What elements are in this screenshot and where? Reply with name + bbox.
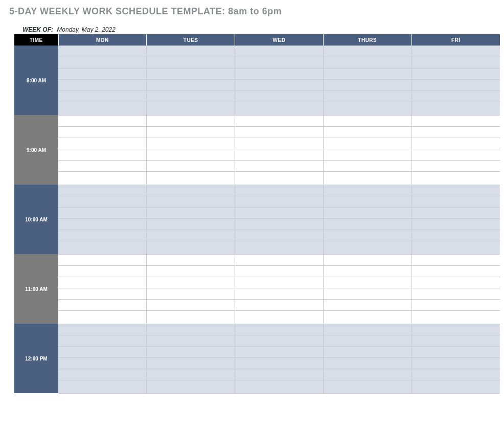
schedule-cell[interactable] xyxy=(235,185,324,196)
schedule-cell[interactable] xyxy=(235,68,324,79)
schedule-cell[interactable] xyxy=(323,91,411,102)
schedule-cell[interactable] xyxy=(58,68,147,79)
schedule-cell[interactable] xyxy=(323,126,411,138)
schedule-cell[interactable] xyxy=(411,335,500,346)
schedule-cell[interactable] xyxy=(411,380,500,393)
schedule-cell[interactable] xyxy=(58,346,147,357)
schedule-cell[interactable] xyxy=(58,277,147,288)
schedule-cell[interactable] xyxy=(235,241,324,254)
schedule-cell[interactable] xyxy=(147,324,235,335)
schedule-cell[interactable] xyxy=(323,369,411,380)
schedule-cell[interactable] xyxy=(147,91,235,102)
schedule-cell[interactable] xyxy=(235,149,324,160)
schedule-cell[interactable] xyxy=(58,138,147,149)
schedule-cell[interactable] xyxy=(58,380,147,393)
schedule-cell[interactable] xyxy=(323,46,411,57)
schedule-cell[interactable] xyxy=(147,207,235,218)
schedule-cell[interactable] xyxy=(411,91,500,102)
schedule-cell[interactable] xyxy=(235,310,324,324)
schedule-cell[interactable] xyxy=(411,230,500,241)
schedule-cell[interactable] xyxy=(58,171,147,185)
schedule-cell[interactable] xyxy=(411,171,500,185)
schedule-cell[interactable] xyxy=(58,115,147,126)
schedule-cell[interactable] xyxy=(147,230,235,241)
schedule-cell[interactable] xyxy=(235,218,324,230)
schedule-cell[interactable] xyxy=(411,149,500,160)
schedule-cell[interactable] xyxy=(323,196,411,207)
schedule-cell[interactable] xyxy=(58,207,147,218)
schedule-cell[interactable] xyxy=(323,324,411,335)
schedule-cell[interactable] xyxy=(58,254,147,265)
schedule-cell[interactable] xyxy=(411,218,500,230)
schedule-cell[interactable] xyxy=(323,299,411,310)
schedule-cell[interactable] xyxy=(323,160,411,171)
schedule-cell[interactable] xyxy=(235,288,324,299)
schedule-cell[interactable] xyxy=(411,46,500,57)
schedule-cell[interactable] xyxy=(323,185,411,196)
schedule-cell[interactable] xyxy=(235,207,324,218)
schedule-cell[interactable] xyxy=(323,288,411,299)
schedule-cell[interactable] xyxy=(235,346,324,357)
schedule-cell[interactable] xyxy=(323,57,411,68)
schedule-cell[interactable] xyxy=(323,207,411,218)
schedule-cell[interactable] xyxy=(411,324,500,335)
schedule-cell[interactable] xyxy=(323,68,411,79)
schedule-cell[interactable] xyxy=(411,241,500,254)
schedule-cell[interactable] xyxy=(58,357,147,369)
schedule-cell[interactable] xyxy=(58,369,147,380)
schedule-cell[interactable] xyxy=(323,277,411,288)
schedule-cell[interactable] xyxy=(58,310,147,324)
schedule-cell[interactable] xyxy=(58,46,147,57)
schedule-cell[interactable] xyxy=(58,79,147,91)
schedule-cell[interactable] xyxy=(147,254,235,265)
schedule-cell[interactable] xyxy=(147,380,235,393)
schedule-cell[interactable] xyxy=(411,68,500,79)
schedule-cell[interactable] xyxy=(323,138,411,149)
schedule-cell[interactable] xyxy=(58,335,147,346)
schedule-cell[interactable] xyxy=(147,310,235,324)
schedule-cell[interactable] xyxy=(58,160,147,171)
schedule-cell[interactable] xyxy=(323,241,411,254)
schedule-cell[interactable] xyxy=(411,254,500,265)
schedule-cell[interactable] xyxy=(147,299,235,310)
schedule-cell[interactable] xyxy=(323,265,411,277)
schedule-cell[interactable] xyxy=(411,310,500,324)
schedule-cell[interactable] xyxy=(323,149,411,160)
schedule-cell[interactable] xyxy=(147,346,235,357)
schedule-cell[interactable] xyxy=(411,102,500,115)
schedule-cell[interactable] xyxy=(411,160,500,171)
schedule-cell[interactable] xyxy=(58,185,147,196)
schedule-cell[interactable] xyxy=(411,138,500,149)
schedule-cell[interactable] xyxy=(58,299,147,310)
schedule-cell[interactable] xyxy=(323,254,411,265)
schedule-cell[interactable] xyxy=(147,369,235,380)
schedule-cell[interactable] xyxy=(235,91,324,102)
schedule-cell[interactable] xyxy=(411,185,500,196)
schedule-cell[interactable] xyxy=(235,357,324,369)
schedule-cell[interactable] xyxy=(235,380,324,393)
schedule-cell[interactable] xyxy=(235,57,324,68)
schedule-cell[interactable] xyxy=(411,277,500,288)
schedule-cell[interactable] xyxy=(235,115,324,126)
schedule-cell[interactable] xyxy=(411,207,500,218)
schedule-cell[interactable] xyxy=(58,57,147,68)
schedule-cell[interactable] xyxy=(411,126,500,138)
schedule-cell[interactable] xyxy=(323,380,411,393)
schedule-cell[interactable] xyxy=(235,265,324,277)
schedule-cell[interactable] xyxy=(147,160,235,171)
schedule-cell[interactable] xyxy=(147,68,235,79)
schedule-cell[interactable] xyxy=(411,57,500,68)
schedule-cell[interactable] xyxy=(147,288,235,299)
schedule-cell[interactable] xyxy=(235,138,324,149)
schedule-cell[interactable] xyxy=(235,369,324,380)
schedule-cell[interactable] xyxy=(147,196,235,207)
schedule-cell[interactable] xyxy=(411,299,500,310)
schedule-cell[interactable] xyxy=(411,79,500,91)
schedule-cell[interactable] xyxy=(147,265,235,277)
schedule-cell[interactable] xyxy=(235,126,324,138)
schedule-cell[interactable] xyxy=(235,277,324,288)
schedule-cell[interactable] xyxy=(147,149,235,160)
schedule-cell[interactable] xyxy=(235,160,324,171)
schedule-cell[interactable] xyxy=(147,185,235,196)
schedule-cell[interactable] xyxy=(323,335,411,346)
